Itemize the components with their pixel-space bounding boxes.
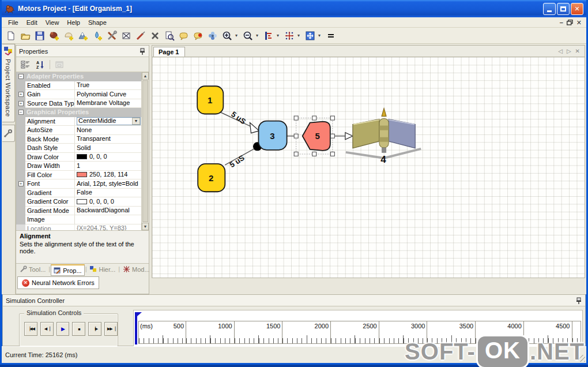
tab-properties[interactable]: Prop...	[51, 264, 84, 276]
tools-rail-tab[interactable]	[2, 125, 15, 142]
snap-grid-button[interactable]	[283, 29, 296, 42]
zoom-in-dropdown[interactable]: ▾	[235, 33, 240, 38]
scroll-down-icon[interactable]: ▼	[142, 223, 149, 230]
svg-text:Z: Z	[36, 65, 39, 69]
pin-icon[interactable]	[139, 47, 146, 55]
node-4[interactable]: 4	[346, 108, 421, 164]
stop-button[interactable]: ■	[72, 322, 85, 336]
delete-button[interactable]	[149, 29, 161, 42]
comment-button[interactable]	[178, 29, 190, 42]
mdi-minimize-button[interactable]: –	[560, 20, 563, 25]
property-row[interactable]: Gradient ModeBackwardDiagonal	[16, 207, 141, 216]
timeline-cursor[interactable]	[135, 312, 137, 344]
node-5[interactable]: 5	[294, 116, 334, 156]
property-row[interactable]: AutoSizeNone	[16, 126, 141, 135]
equals-button[interactable]	[325, 29, 337, 42]
go-to-start-button[interactable]: ▕◀◀	[24, 322, 37, 336]
needle-button[interactable]	[134, 29, 147, 42]
add-structure-button[interactable]	[62, 29, 75, 42]
fit-view-button[interactable]	[304, 29, 316, 42]
menu-edit[interactable]: Edit	[22, 18, 42, 27]
delete-box-button[interactable]	[120, 29, 133, 42]
new-button[interactable]	[5, 29, 17, 42]
property-row[interactable]: Back ModeTransparent	[16, 135, 141, 144]
scroll-up-icon[interactable]: ▲	[142, 72, 149, 80]
title-bar: Motors Project - [Edit Organism_1] ✕	[2, 0, 586, 17]
property-row[interactable]: Image	[16, 215, 141, 224]
open-button[interactable]	[19, 29, 32, 42]
node-3[interactable]: 3	[258, 121, 287, 150]
save-button[interactable]	[33, 29, 46, 42]
zoom-out-button[interactable]	[242, 29, 254, 42]
align-dropdown[interactable]: ▾	[277, 33, 281, 38]
minimize-button[interactable]	[543, 3, 556, 15]
chevron-down-icon[interactable]: ▼	[132, 118, 140, 125]
step-forward-button[interactable]: ▕▶	[88, 322, 101, 336]
menu-file[interactable]: File	[4, 18, 22, 27]
mdi-close-button[interactable]: ✕	[576, 20, 582, 25]
categorized-icon[interactable]	[20, 59, 31, 70]
property-row[interactable]: +Source Data Type IMembrane Voltage	[16, 99, 141, 108]
fit-view-dropdown[interactable]: ▾	[318, 33, 323, 38]
pinwheel-button[interactable]	[206, 29, 219, 42]
diagram-canvas[interactable]: 5 uS 5 uS	[152, 57, 585, 278]
add-water-button[interactable]	[91, 29, 104, 42]
description-title: Alignment	[20, 233, 145, 239]
property-row-alignment[interactable]: Alignment CenterMiddle▼	[16, 117, 141, 126]
page-tab[interactable]: Page 1	[153, 47, 185, 57]
link-label: 5 uS	[228, 153, 246, 170]
category-row[interactable]: −Adapter Properties	[16, 72, 141, 81]
close-button[interactable]: ✕	[571, 3, 583, 15]
tab-toolbox[interactable]: Tool...	[17, 264, 48, 274]
hinge-cylinder	[379, 119, 389, 148]
node-1[interactable]: 1	[197, 86, 223, 114]
menu-view[interactable]: View	[42, 18, 63, 27]
property-row[interactable]: Draw Width1	[16, 162, 141, 171]
property-row[interactable]: +FontArial, 12pt, style=Bold	[16, 179, 141, 189]
properties-header[interactable]: Properties	[16, 46, 149, 57]
scrollbar-thumb[interactable]	[142, 80, 148, 222]
alignment-combo[interactable]: CenterMiddle▼	[77, 117, 141, 125]
property-row[interactable]: GradientFalse	[16, 189, 141, 198]
zoom-out-dropdown[interactable]: ▾	[256, 33, 261, 38]
tab-hierarchy[interactable]: Hier...	[87, 264, 118, 274]
tab-close-icon[interactable]: ✕	[575, 48, 580, 54]
property-row[interactable]: Location{X=204.75, Y=83}	[16, 224, 141, 231]
property-grid-scrollbar[interactable]: ▲ ▼	[141, 72, 149, 230]
menu-help[interactable]: Help	[63, 18, 84, 27]
maximize-button[interactable]	[557, 3, 570, 15]
pin-icon[interactable]	[575, 297, 582, 305]
tab-scroll-right-icon[interactable]: ▷	[567, 48, 571, 54]
step-back-button[interactable]: ◀▕	[40, 322, 54, 336]
add-ground-button[interactable]	[77, 29, 89, 42]
property-row[interactable]: +GainPolynomial Curve	[16, 90, 141, 99]
snap-grid-dropdown[interactable]: ▾	[297, 33, 302, 38]
mdi-restore-button[interactable]	[567, 20, 573, 25]
tools-button[interactable]	[105, 29, 118, 42]
align-button[interactable]	[262, 29, 275, 42]
simulation-controller-header[interactable]: Simulation Controller	[3, 295, 585, 306]
zoom-in-button[interactable]	[221, 29, 233, 42]
tab-scroll-left-icon[interactable]: ◁	[558, 48, 563, 54]
link-5-to-4[interactable]	[333, 133, 353, 140]
properties-title: Properties	[19, 48, 139, 55]
property-row[interactable]: Fill Color250, 128, 114	[16, 171, 141, 180]
menu-shape[interactable]: Shape	[84, 18, 111, 27]
property-row[interactable]: Dash StyleSolid	[16, 144, 141, 153]
link-2-to-3[interactable]: 5 uS	[225, 142, 262, 169]
zoom-page-button[interactable]	[163, 29, 176, 42]
node-2[interactable]: 2	[198, 164, 225, 192]
tab-modules[interactable]: Mod...	[120, 264, 152, 274]
property-row[interactable]: Draw Color0, 0, 0	[16, 153, 141, 162]
sort-az-icon[interactable]: AZ	[35, 59, 46, 70]
go-to-end-button[interactable]: ▶▶▕	[104, 322, 118, 336]
property-row[interactable]: Gradient Color0, 0, 0, 0	[16, 197, 141, 207]
neural-network-errors-tab[interactable]: ✕ Neural Network Errors	[17, 276, 99, 289]
category-row[interactable]: −Graphical Properties	[16, 108, 141, 117]
comment-alert-button[interactable]	[192, 29, 205, 42]
property-row[interactable]: EnabledTrue	[16, 81, 141, 91]
play-button[interactable]: ▶	[56, 322, 70, 336]
link-1-to-3[interactable]: 5 uS	[220, 110, 259, 133]
add-organism-button[interactable]	[48, 29, 61, 42]
project-workspace-tab[interactable]: Project Workspace	[2, 44, 15, 122]
